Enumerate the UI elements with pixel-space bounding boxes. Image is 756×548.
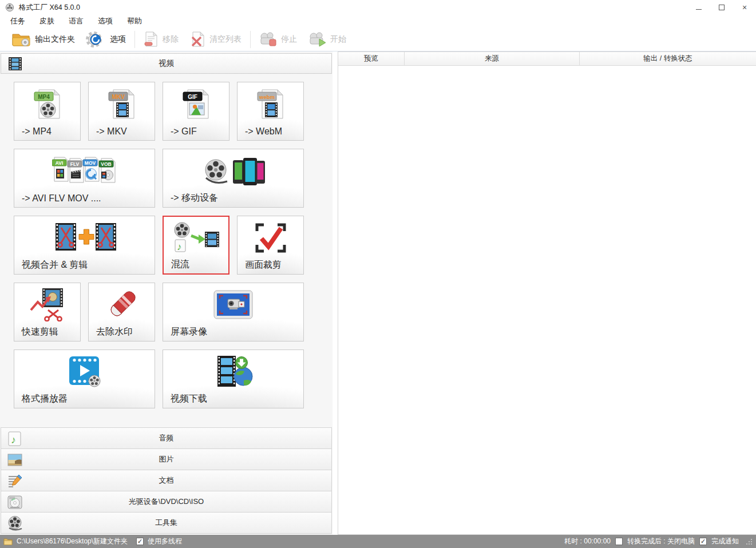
- tile-label: 视频合并 & 剪辑: [14, 256, 155, 274]
- toolset-reel-icon: [7, 515, 23, 531]
- column-source[interactable]: 来源: [405, 52, 580, 65]
- output-folder-icon: [11, 31, 31, 47]
- category-picture[interactable]: 图片: [1, 448, 332, 470]
- tile-remove-watermark[interactable]: 去除水印: [88, 283, 155, 341]
- tile-to-webm[interactable]: webm -> WebM: [237, 82, 304, 141]
- tile-label: 混流: [164, 256, 228, 273]
- tile-label: 去除水印: [89, 323, 155, 341]
- tile-to-mobile-device[interactable]: -> 移动设备: [163, 149, 304, 208]
- svg-text:VOB: VOB: [101, 161, 111, 166]
- svg-text:MP4: MP4: [38, 93, 50, 100]
- category-label: 音频: [159, 433, 174, 443]
- tile-label: 快速剪辑: [14, 323, 80, 341]
- tile-label: -> MP4: [14, 122, 80, 140]
- column-output-status[interactable]: 输出 / 转换状态: [580, 52, 756, 65]
- tile-to-mp4[interactable]: MP4 -> MP4: [14, 82, 81, 141]
- task-list-panel: 预览 来源 输出 / 转换状态: [338, 51, 756, 535]
- multithread-checkbox[interactable]: ✓: [136, 538, 144, 545]
- options-label: 选项: [110, 34, 126, 45]
- category-panel: 视频 MP4 -> MP4: [0, 51, 333, 535]
- tile-video-merge-clip[interactable]: 视频合并 & 剪辑: [14, 216, 155, 275]
- tile-to-avi-flv-mov[interactable]: AVI FLV: [14, 149, 155, 208]
- start-button[interactable]: 开始: [305, 30, 350, 49]
- webm-file-icon: webm: [238, 82, 303, 122]
- menu-bar: 任务 皮肤 语言 选项 帮助: [0, 15, 756, 27]
- merge-clip-icon: [14, 216, 155, 256]
- notify-checkbox[interactable]: ✓: [699, 538, 707, 545]
- clear-list-button[interactable]: 清空列表: [187, 30, 245, 49]
- tile-to-gif[interactable]: GIF -> GIF: [163, 82, 229, 141]
- tile-format-player[interactable]: 格式播放器: [14, 350, 155, 408]
- options-button[interactable]: 选项: [82, 29, 129, 50]
- mp4-file-icon: MP4: [14, 82, 80, 122]
- tile-label: -> 移动设备: [163, 189, 303, 207]
- minimize-button[interactable]: [687, 0, 710, 15]
- category-label: 文档: [159, 475, 174, 486]
- remove-button[interactable]: 移除: [140, 30, 182, 49]
- category-list: ♪ 音频 图片: [1, 428, 332, 534]
- video-section-header[interactable]: 视频: [1, 53, 332, 74]
- menu-help[interactable]: 帮助: [127, 16, 149, 26]
- svg-text:♪: ♪: [177, 241, 182, 252]
- audio-icon: ♪: [7, 431, 23, 447]
- tile-label: -> MKV: [89, 122, 155, 140]
- category-disc-device[interactable]: 光驱设备\DVD\CD\ISO: [1, 491, 332, 513]
- quick-clip-icon: [14, 283, 80, 323]
- task-list-header: 预览 来源 输出 / 转换状态: [338, 52, 756, 66]
- category-toolset[interactable]: 工具集: [1, 512, 332, 534]
- status-bar: C:\Users\86176\Desktop\新建文件夹 ✓ 使用多线程 耗时 …: [0, 535, 756, 548]
- svg-text:webm: webm: [259, 93, 275, 100]
- shutdown-after-checkbox[interactable]: [615, 538, 623, 545]
- notify-label: 完成通知: [711, 537, 739, 546]
- menu-task[interactable]: 任务: [10, 16, 32, 26]
- screen-record-icon: [163, 283, 303, 323]
- category-label: 工具集: [155, 518, 177, 528]
- tile-label: -> GIF: [163, 122, 229, 140]
- filmstrip-icon: [7, 56, 23, 72]
- avi-flv-mov-vob-files-icon: AVI FLV: [14, 149, 155, 189]
- output-folder-label: 输出文件夹: [35, 34, 75, 45]
- disc-drive-icon: [7, 494, 23, 510]
- output-folder-button[interactable]: 输出文件夹: [8, 30, 78, 48]
- tile-label: 格式播放器: [14, 390, 155, 408]
- tile-screen-record[interactable]: 屏幕录像: [163, 283, 304, 341]
- remove-file-icon: [144, 31, 159, 47]
- document-icon: [7, 473, 23, 489]
- output-path-folder-icon[interactable]: [3, 538, 13, 545]
- video-tools-grid: MP4 -> MP4 MKV: [14, 82, 304, 408]
- menu-skin[interactable]: 皮肤: [39, 16, 61, 26]
- multithread-label: 使用多线程: [148, 537, 182, 546]
- crop-check-icon: [238, 216, 303, 256]
- close-button[interactable]: ×: [733, 0, 756, 15]
- task-list-body[interactable]: [338, 66, 756, 534]
- tile-label: -> WebM: [238, 122, 303, 140]
- tile-crop[interactable]: 画面裁剪: [237, 216, 304, 275]
- remove-label: 移除: [163, 34, 179, 45]
- tile-label: 视频下载: [163, 390, 303, 408]
- stop-button[interactable]: 停止: [256, 30, 300, 49]
- menu-language[interactable]: 语言: [69, 16, 90, 26]
- player-icon: [14, 350, 155, 390]
- category-audio[interactable]: ♪ 音频: [1, 427, 332, 449]
- column-preview[interactable]: 预览: [338, 52, 405, 65]
- app-icon: [5, 3, 14, 12]
- tile-mux[interactable]: ♪ 混流: [163, 216, 229, 275]
- stop-label: 停止: [281, 34, 297, 45]
- svg-text:MKV: MKV: [112, 93, 125, 100]
- svg-text:GIF: GIF: [188, 93, 197, 100]
- toolbar: 输出文件夹 选项 移除: [0, 27, 756, 51]
- category-document[interactable]: 文档: [1, 470, 332, 491]
- video-section-label: 视频: [159, 58, 174, 69]
- menu-options[interactable]: 选项: [98, 16, 120, 26]
- resize-grip[interactable]: [746, 538, 753, 545]
- film-reel-phones-icon: [163, 149, 303, 189]
- tile-quick-clip[interactable]: 快速剪辑: [14, 283, 81, 341]
- maximize-button[interactable]: [710, 0, 733, 15]
- tile-to-mkv[interactable]: MKV -> MKV: [88, 82, 155, 141]
- picture-icon: [7, 452, 23, 468]
- video-download-icon: [163, 350, 303, 390]
- category-label: 图片: [159, 454, 174, 464]
- toolbar-separator: [134, 31, 135, 48]
- stop-icon: [259, 31, 277, 47]
- tile-video-download[interactable]: 视频下载: [163, 350, 304, 408]
